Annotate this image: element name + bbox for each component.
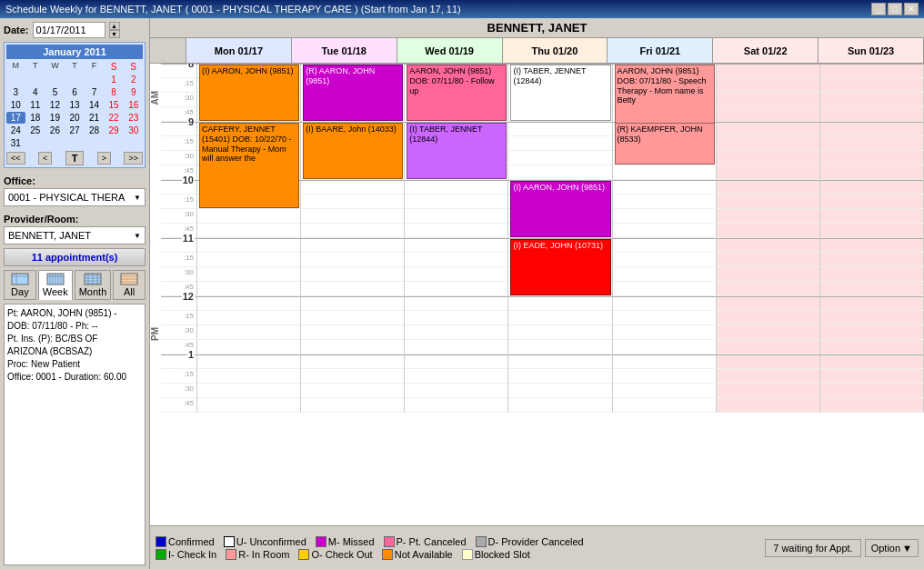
grid-cell[interactable]: [820, 151, 924, 165]
cal-day-15[interactable]: 15: [105, 99, 124, 111]
grid-cell[interactable]: [820, 224, 924, 238]
cal-day-31[interactable]: 31: [6, 137, 25, 149]
cal-next-next[interactable]: >>: [124, 152, 143, 165]
grid-cell[interactable]: [301, 398, 405, 413]
grid-cell[interactable]: [717, 224, 820, 238]
grid-cell[interactable]: [820, 369, 924, 384]
grid-cell[interactable]: [405, 340, 508, 354]
cal-next[interactable]: >: [97, 152, 111, 165]
grid-cell[interactable]: [613, 165, 717, 180]
grid-cell[interactable]: [197, 282, 301, 296]
cal-day-1[interactable]: 1: [105, 74, 124, 85]
provider-dropdown[interactable]: BENNETT, JANET ▼: [4, 226, 146, 245]
grid-cell[interactable]: [613, 296, 717, 311]
grid-cell[interactable]: [820, 93, 924, 107]
grid-cell[interactable]: [820, 296, 924, 311]
cal-day-3[interactable]: 3: [6, 86, 25, 98]
grid-cell[interactable]: [820, 340, 924, 354]
grid-cell[interactable]: [405, 209, 508, 224]
grid-cell[interactable]: [197, 253, 301, 267]
maximize-button[interactable]: □: [888, 3, 902, 15]
spin-down[interactable]: ▼: [109, 30, 120, 38]
cal-day-27[interactable]: 27: [65, 125, 85, 136]
grid-cell[interactable]: [717, 296, 820, 311]
cal-day-22[interactable]: 22: [105, 112, 124, 124]
grid-cell[interactable]: [717, 165, 820, 180]
grid-cell[interactable]: [820, 282, 924, 296]
cal-day-2[interactable]: 2: [124, 74, 143, 85]
cal-day-29[interactable]: 29: [105, 125, 124, 136]
grid-cell[interactable]: [405, 224, 508, 238]
cal-day-24[interactable]: 24: [6, 125, 25, 136]
grid-cell[interactable]: [301, 238, 405, 253]
cal-day-26[interactable]: 26: [45, 125, 65, 136]
appointment[interactable]: (I) TABER, JENNET (12844): [407, 123, 507, 179]
grid-cell[interactable]: [405, 282, 508, 296]
appointment[interactable]: (I) EADE, JOHN (10731): [510, 239, 610, 295]
grid-cell[interactable]: [820, 238, 924, 253]
grid-cell[interactable]: [508, 325, 612, 340]
grid-cell[interactable]: [301, 354, 405, 369]
grid-cell[interactable]: [820, 398, 924, 413]
grid-cell[interactable]: [197, 311, 301, 325]
grid-cell[interactable]: [405, 311, 508, 325]
grid-cell[interactable]: [717, 78, 820, 93]
office-dropdown[interactable]: 0001 - PHYSICAL THERA ▼: [4, 188, 146, 206]
grid-cell[interactable]: [717, 311, 820, 325]
grid-cell[interactable]: [405, 325, 508, 340]
grid-cell[interactable]: [197, 224, 301, 238]
grid-cell[interactable]: [717, 369, 820, 384]
grid-cell[interactable]: [613, 238, 717, 253]
waiting-button[interactable]: 7 waiting for Appt.: [765, 539, 860, 557]
grid-cell[interactable]: [508, 311, 612, 325]
grid-cell[interactable]: [613, 224, 717, 238]
grid-cell[interactable]: [717, 267, 820, 282]
grid-cell[interactable]: [197, 267, 301, 282]
grid-cell[interactable]: [613, 209, 717, 224]
grid-cell[interactable]: [820, 267, 924, 282]
cal-today[interactable]: T: [65, 151, 85, 165]
grid-cell[interactable]: [717, 107, 820, 122]
cal-day-18[interactable]: 18: [26, 112, 45, 124]
grid-cell[interactable]: [613, 369, 717, 384]
option-button[interactable]: Option ▼: [865, 539, 919, 557]
grid-cell[interactable]: [820, 64, 924, 78]
close-button[interactable]: ✕: [904, 3, 919, 15]
minimize-button[interactable]: _: [871, 3, 886, 15]
spin-up[interactable]: ▲: [109, 22, 120, 30]
appointment[interactable]: AARON, JOHN (9851) DOB: 07/11/80 - Follo…: [407, 65, 507, 121]
grid-cell[interactable]: [405, 267, 508, 282]
grid-cell[interactable]: [508, 384, 612, 398]
grid-cell[interactable]: [405, 369, 508, 384]
cal-day-20[interactable]: 20: [65, 112, 85, 124]
cal-day-11[interactable]: 11: [26, 99, 45, 111]
cal-day-13[interactable]: 13: [65, 99, 85, 111]
grid-cell[interactable]: [613, 384, 717, 398]
grid-cell[interactable]: [820, 253, 924, 267]
date-spinner[interactable]: ▲ ▼: [109, 22, 120, 38]
view-day-button[interactable]: Day: [4, 270, 36, 300]
grid-cell[interactable]: [197, 209, 301, 224]
grid-cell[interactable]: [197, 369, 301, 384]
appointment[interactable]: (I) BAARE, John (14033): [303, 123, 403, 179]
cal-day-16[interactable]: 16: [124, 99, 143, 111]
cal-day-25[interactable]: 25: [26, 125, 45, 136]
grid-cell[interactable]: [405, 296, 508, 311]
grid-cell[interactable]: [613, 180, 717, 195]
grid-cell[interactable]: [717, 398, 820, 413]
grid-cell[interactable]: [613, 282, 717, 296]
grid-cell[interactable]: [717, 282, 820, 296]
grid-cell[interactable]: [301, 325, 405, 340]
grid-cell[interactable]: [820, 180, 924, 195]
grid-cell[interactable]: [301, 195, 405, 209]
appointment[interactable]: (R) KAEMPFER, JOHN (8533): [615, 123, 715, 165]
grid-cell[interactable]: [301, 369, 405, 384]
grid-cell[interactable]: [197, 398, 301, 413]
grid-cell[interactable]: [405, 180, 508, 195]
cal-prev-prev[interactable]: <<: [6, 152, 25, 165]
grid-cell[interactable]: [301, 209, 405, 224]
grid-cell[interactable]: [301, 384, 405, 398]
cal-day-4[interactable]: 4: [26, 86, 45, 98]
grid-cell[interactable]: [508, 136, 612, 151]
grid-cell[interactable]: [717, 195, 820, 209]
